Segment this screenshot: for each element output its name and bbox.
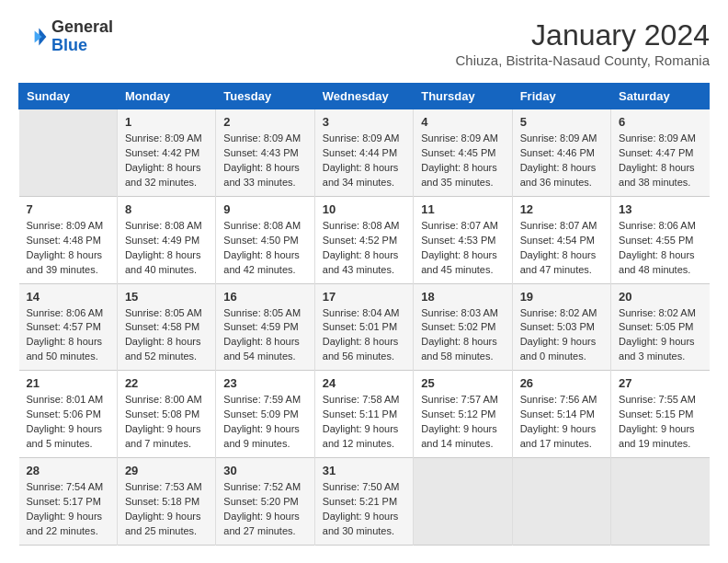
day-cell: 3Sunrise: 8:09 AM Sunset: 4:44 PM Daylig… bbox=[314, 109, 413, 197]
day-number: 28 bbox=[27, 464, 109, 477]
day-number: 19 bbox=[520, 290, 603, 304]
month-title: January 2024 bbox=[455, 18, 710, 52]
day-info: Sunrise: 8:09 AM Sunset: 4:46 PM Dayligh… bbox=[520, 132, 603, 190]
day-cell: 4Sunrise: 8:09 AM Sunset: 4:45 PM Daylig… bbox=[414, 109, 512, 197]
day-info: Sunrise: 8:06 AM Sunset: 4:55 PM Dayligh… bbox=[619, 219, 701, 278]
day-info: Sunrise: 8:09 AM Sunset: 4:42 PM Dayligh… bbox=[125, 132, 208, 190]
header-row: SundayMondayTuesdayWednesdayThursdayFrid… bbox=[19, 84, 710, 109]
day-info: Sunrise: 7:55 AM Sunset: 5:15 PM Dayligh… bbox=[619, 393, 701, 452]
day-number: 1 bbox=[125, 115, 208, 129]
day-number: 21 bbox=[27, 376, 109, 390]
day-number: 27 bbox=[619, 376, 701, 390]
day-info: Sunrise: 8:05 AM Sunset: 4:59 PM Dayligh… bbox=[223, 306, 306, 365]
day-info: Sunrise: 8:09 AM Sunset: 4:48 PM Dayligh… bbox=[27, 219, 109, 278]
day-number: 9 bbox=[223, 202, 306, 216]
day-cell: 5Sunrise: 8:09 AM Sunset: 4:46 PM Daylig… bbox=[512, 109, 610, 197]
day-info: Sunrise: 8:01 AM Sunset: 5:06 PM Dayligh… bbox=[27, 393, 109, 452]
day-number: 5 bbox=[520, 115, 603, 129]
day-cell: 20Sunrise: 8:02 AM Sunset: 5:05 PM Dayli… bbox=[611, 283, 710, 371]
day-number: 15 bbox=[125, 290, 208, 304]
day-number: 16 bbox=[223, 290, 306, 304]
week-row-1: 1Sunrise: 8:09 AM Sunset: 4:42 PM Daylig… bbox=[19, 109, 710, 197]
day-number: 20 bbox=[619, 290, 701, 304]
day-info: Sunrise: 7:56 AM Sunset: 5:14 PM Dayligh… bbox=[520, 393, 603, 452]
day-number: 24 bbox=[323, 376, 405, 390]
day-info: Sunrise: 7:54 AM Sunset: 5:17 PM Dayligh… bbox=[27, 480, 109, 539]
day-cell: 18Sunrise: 8:03 AM Sunset: 5:02 PM Dayli… bbox=[414, 283, 512, 371]
column-header-wednesday: Wednesday bbox=[314, 84, 413, 109]
day-info: Sunrise: 8:09 AM Sunset: 4:47 PM Dayligh… bbox=[619, 132, 701, 190]
logo: General Blue bbox=[18, 18, 113, 55]
day-number: 30 bbox=[223, 464, 306, 477]
day-number: 26 bbox=[520, 376, 603, 390]
day-cell: 15Sunrise: 8:05 AM Sunset: 4:58 PM Dayli… bbox=[117, 283, 215, 371]
day-cell: 11Sunrise: 8:07 AM Sunset: 4:53 PM Dayli… bbox=[414, 196, 512, 283]
day-number: 2 bbox=[223, 115, 306, 129]
column-header-friday: Friday bbox=[512, 84, 610, 109]
day-cell: 8Sunrise: 8:08 AM Sunset: 4:49 PM Daylig… bbox=[117, 196, 215, 283]
day-cell bbox=[611, 458, 710, 546]
day-cell bbox=[19, 109, 118, 197]
day-number: 31 bbox=[323, 464, 405, 477]
day-cell: 7Sunrise: 8:09 AM Sunset: 4:48 PM Daylig… bbox=[19, 196, 118, 283]
week-row-5: 28Sunrise: 7:54 AM Sunset: 5:17 PM Dayli… bbox=[19, 458, 710, 546]
page-header: General Blue January 2024 Chiuza, Bistri… bbox=[18, 18, 710, 68]
day-info: Sunrise: 7:58 AM Sunset: 5:11 PM Dayligh… bbox=[323, 393, 405, 452]
day-info: Sunrise: 8:07 AM Sunset: 4:54 PM Dayligh… bbox=[520, 219, 603, 278]
column-header-sunday: Sunday bbox=[19, 84, 118, 109]
day-cell: 27Sunrise: 7:55 AM Sunset: 5:15 PM Dayli… bbox=[611, 371, 710, 458]
day-info: Sunrise: 7:52 AM Sunset: 5:20 PM Dayligh… bbox=[223, 480, 306, 539]
day-info: Sunrise: 8:05 AM Sunset: 4:58 PM Dayligh… bbox=[125, 306, 208, 365]
day-number: 6 bbox=[619, 115, 701, 129]
day-cell: 23Sunrise: 7:59 AM Sunset: 5:09 PM Dayli… bbox=[216, 371, 314, 458]
day-info: Sunrise: 8:09 AM Sunset: 4:45 PM Dayligh… bbox=[421, 132, 504, 190]
day-number: 13 bbox=[619, 202, 701, 216]
day-cell: 13Sunrise: 8:06 AM Sunset: 4:55 PM Dayli… bbox=[611, 196, 710, 283]
day-cell: 12Sunrise: 8:07 AM Sunset: 4:54 PM Dayli… bbox=[512, 196, 610, 283]
day-info: Sunrise: 8:07 AM Sunset: 4:53 PM Dayligh… bbox=[421, 219, 504, 278]
day-cell bbox=[414, 458, 512, 546]
day-number: 14 bbox=[27, 290, 109, 304]
day-info: Sunrise: 8:09 AM Sunset: 4:43 PM Dayligh… bbox=[223, 132, 306, 190]
logo-icon bbox=[18, 22, 48, 52]
day-number: 29 bbox=[125, 464, 208, 477]
day-cell: 30Sunrise: 7:52 AM Sunset: 5:20 PM Dayli… bbox=[216, 458, 314, 546]
column-header-saturday: Saturday bbox=[611, 84, 710, 109]
day-number: 8 bbox=[125, 202, 208, 216]
day-number: 22 bbox=[125, 376, 208, 390]
day-info: Sunrise: 8:04 AM Sunset: 5:01 PM Dayligh… bbox=[323, 306, 405, 365]
day-number: 17 bbox=[323, 290, 405, 304]
day-info: Sunrise: 8:09 AM Sunset: 4:44 PM Dayligh… bbox=[323, 132, 405, 190]
day-info: Sunrise: 8:06 AM Sunset: 4:57 PM Dayligh… bbox=[27, 306, 109, 365]
day-cell: 19Sunrise: 8:02 AM Sunset: 5:03 PM Dayli… bbox=[512, 283, 610, 371]
day-info: Sunrise: 7:53 AM Sunset: 5:18 PM Dayligh… bbox=[125, 480, 208, 539]
day-number: 23 bbox=[223, 376, 306, 390]
day-cell: 14Sunrise: 8:06 AM Sunset: 4:57 PM Dayli… bbox=[19, 283, 118, 371]
day-info: Sunrise: 8:02 AM Sunset: 5:05 PM Dayligh… bbox=[619, 306, 701, 365]
day-cell: 31Sunrise: 7:50 AM Sunset: 5:21 PM Dayli… bbox=[314, 458, 413, 546]
day-info: Sunrise: 8:03 AM Sunset: 5:02 PM Dayligh… bbox=[421, 306, 504, 365]
day-cell: 1Sunrise: 8:09 AM Sunset: 4:42 PM Daylig… bbox=[117, 109, 215, 197]
calendar-table: SundayMondayTuesdayWednesdayThursdayFrid… bbox=[18, 83, 710, 546]
day-cell: 25Sunrise: 7:57 AM Sunset: 5:12 PM Dayli… bbox=[414, 371, 512, 458]
day-number: 3 bbox=[323, 115, 405, 129]
column-header-tuesday: Tuesday bbox=[216, 84, 314, 109]
logo-text: General Blue bbox=[51, 18, 113, 55]
week-row-4: 21Sunrise: 8:01 AM Sunset: 5:06 PM Dayli… bbox=[19, 371, 710, 458]
day-cell: 28Sunrise: 7:54 AM Sunset: 5:17 PM Dayli… bbox=[19, 458, 118, 546]
day-info: Sunrise: 8:08 AM Sunset: 4:50 PM Dayligh… bbox=[223, 219, 306, 278]
day-cell: 29Sunrise: 7:53 AM Sunset: 5:18 PM Dayli… bbox=[117, 458, 215, 546]
day-info: Sunrise: 8:08 AM Sunset: 4:52 PM Dayligh… bbox=[323, 219, 405, 278]
day-number: 10 bbox=[323, 202, 405, 216]
day-number: 18 bbox=[421, 290, 504, 304]
column-header-monday: Monday bbox=[117, 84, 215, 109]
day-cell: 21Sunrise: 8:01 AM Sunset: 5:06 PM Dayli… bbox=[19, 371, 118, 458]
day-info: Sunrise: 7:57 AM Sunset: 5:12 PM Dayligh… bbox=[421, 393, 504, 452]
day-info: Sunrise: 8:00 AM Sunset: 5:08 PM Dayligh… bbox=[125, 393, 208, 452]
day-cell: 16Sunrise: 8:05 AM Sunset: 4:59 PM Dayli… bbox=[216, 283, 314, 371]
column-header-thursday: Thursday bbox=[414, 84, 512, 109]
day-cell: 9Sunrise: 8:08 AM Sunset: 4:50 PM Daylig… bbox=[216, 196, 314, 283]
day-number: 12 bbox=[520, 202, 603, 216]
day-cell bbox=[512, 458, 610, 546]
day-number: 11 bbox=[421, 202, 504, 216]
